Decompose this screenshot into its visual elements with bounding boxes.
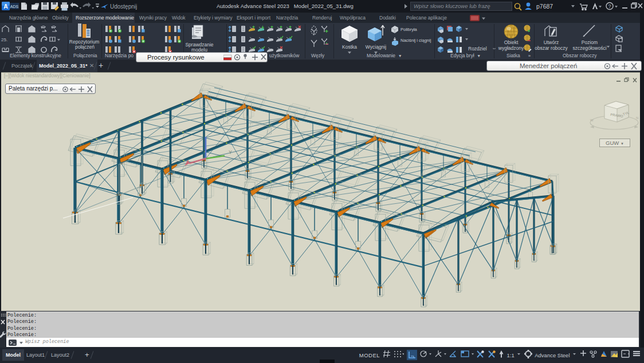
svg-text:Utwórz: Utwórz <box>544 40 559 45</box>
svg-text:Wyciągnij: Wyciągnij <box>366 44 386 50</box>
svg-text:N: N <box>636 116 638 120</box>
svg-text:?: ? <box>608 3 611 9</box>
svg-text:p7687: p7687 <box>536 3 553 10</box>
svg-text:25.: 25. <box>1 37 7 42</box>
svg-text:Poziom: Poziom <box>582 40 598 45</box>
svg-text:Y: Y <box>229 149 232 155</box>
svg-text:szczegółowości: szczegółowości <box>572 45 606 51</box>
svg-text:Naciśnij i ciągnij: Naciśnij i ciągnij <box>400 38 431 43</box>
svg-text:wygładzony: wygładzony <box>498 45 524 51</box>
svg-text:Rozdziel: Rozdziel <box>468 46 487 52</box>
svg-text:Kostka: Kostka <box>342 44 357 50</box>
svg-text:Polibryła: Polibryła <box>400 27 418 32</box>
svg-text:A: A <box>3 3 8 10</box>
svg-text:W: W <box>590 119 594 122</box>
svg-text:obszar roboczy: obszar roboczy <box>535 45 568 51</box>
svg-text:połączeń: połączeń <box>75 44 95 50</box>
svg-text:Obiekt: Obiekt <box>504 40 519 45</box>
svg-text:ADS: ADS <box>10 5 19 9</box>
svg-text:Udostępnij: Udostępnij <box>110 3 137 10</box>
